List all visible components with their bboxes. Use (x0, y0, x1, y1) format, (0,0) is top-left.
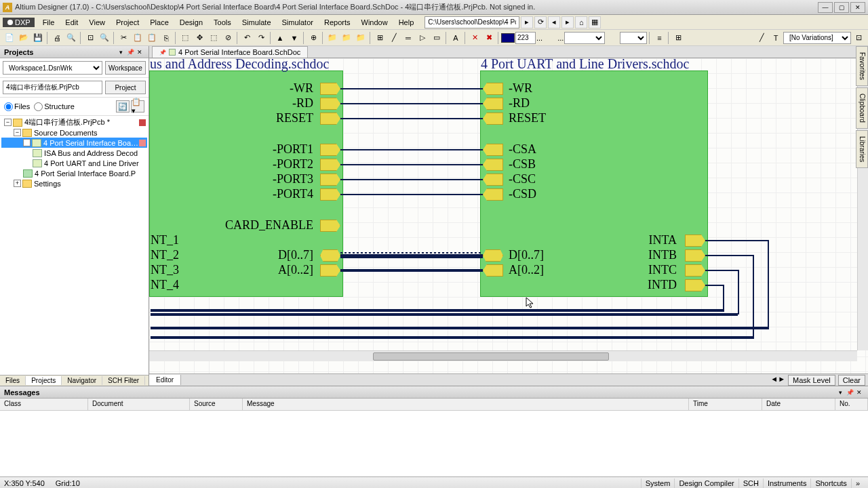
grid-snap-icon[interactable]: ⊞ (671, 31, 685, 45)
status-menu-icon[interactable]: » (851, 479, 864, 488)
port-pentagon[interactable] (685, 279, 705, 291)
port-pentagon[interactable] (685, 264, 705, 277)
port-pentagon[interactable] (685, 249, 705, 262)
place-part-icon[interactable]: ⊞ (373, 31, 387, 45)
wire[interactable] (705, 270, 739, 271)
tree-source-docs[interactable]: − Source Documents (1, 127, 147, 138)
col-date[interactable]: Date (762, 399, 835, 410)
place-text-icon[interactable]: T (769, 31, 783, 45)
bus[interactable] (340, 269, 483, 272)
port-pentagon[interactable] (483, 144, 503, 156)
menu-place[interactable]: Place (144, 16, 174, 28)
expand-icon[interactable]: + (14, 180, 21, 187)
wire[interactable] (340, 164, 483, 165)
hierarchy-down-icon[interactable]: ▼ (288, 31, 301, 45)
maximize-button[interactable]: ▢ (834, 2, 849, 13)
menu-window[interactable]: Window (356, 16, 393, 28)
structure-radio[interactable]: Structure (34, 102, 75, 111)
save-icon[interactable]: 💾 (31, 31, 45, 45)
col-source[interactable]: Source (190, 399, 243, 410)
cancel-icon[interactable]: ✕ (468, 31, 481, 45)
place-bus-icon[interactable]: ═ (401, 31, 415, 45)
col-time[interactable]: Time (689, 399, 762, 410)
port-pentagon[interactable] (320, 159, 340, 171)
menu-tools[interactable]: Tools (208, 16, 237, 28)
port-pentagon[interactable] (483, 159, 503, 171)
panel-dropdown-icon[interactable]: ▾ (835, 388, 845, 397)
side-tab-favorites[interactable]: Favorites (856, 46, 868, 86)
color-value-input[interactable] (515, 32, 536, 44)
size-dropdown[interactable] (620, 32, 647, 44)
project-tree[interactable]: − 4端口串行通信板.PrjPcb * − Source Documents −… (0, 116, 149, 375)
status-shortcuts[interactable]: Shortcuts (810, 479, 850, 488)
menu-project[interactable]: Project (111, 16, 144, 28)
preview-icon[interactable]: 🔍 (64, 31, 78, 45)
port-pentagon[interactable] (685, 235, 705, 247)
port-pentagon[interactable] (320, 83, 340, 95)
port-pentagon[interactable] (483, 188, 503, 201)
tree-root[interactable]: − 4端口串行通信板.PrjPcb * (1, 117, 147, 127)
zoom-fit-icon[interactable]: ⊡ (83, 31, 97, 45)
wire[interactable] (340, 88, 483, 89)
status-system[interactable]: System (641, 479, 675, 488)
cut-icon[interactable]: ✂ (117, 31, 130, 45)
deselect-icon[interactable]: ⬚ (207, 31, 220, 45)
tree-file-uart[interactable]: 4 Port UART and Line Driver (1, 158, 147, 168)
port-pentagon[interactable] (483, 98, 503, 110)
editor-tab[interactable]: Editor (149, 375, 181, 385)
home-icon[interactable]: ⌂ (575, 16, 587, 28)
panel-close-icon[interactable]: ✕ (854, 388, 864, 397)
mask-level-button[interactable]: Mask Level (788, 375, 835, 386)
wire[interactable] (705, 285, 724, 286)
menu-reports[interactable]: Reports (319, 16, 356, 28)
messages-body[interactable] (0, 411, 868, 476)
hierarchy-up-icon[interactable]: ▲ (273, 31, 287, 45)
col-document[interactable]: Document (88, 399, 190, 410)
clear-filter-icon[interactable]: ⊘ (221, 31, 235, 45)
port-pentagon[interactable] (483, 83, 503, 95)
path-go-button[interactable]: ▸ (521, 16, 533, 28)
wire[interactable] (705, 240, 769, 241)
bus[interactable] (151, 309, 724, 312)
zoom-area-icon[interactable]: 🔍 (98, 31, 111, 45)
project-name-input[interactable] (3, 81, 102, 94)
workspace-dropdown[interactable]: Workspace1.DsnWrk (3, 61, 102, 75)
wire[interactable] (768, 240, 769, 328)
open-icon[interactable]: 📂 (17, 31, 31, 45)
port-pentagon[interactable] (320, 113, 340, 125)
bus-selected[interactable] (340, 254, 483, 258)
status-instruments[interactable]: Instruments (763, 479, 810, 488)
refresh-icon[interactable]: ⟳ (534, 16, 547, 28)
align-icon[interactable]: ≡ (652, 31, 666, 45)
port-pentagon[interactable] (320, 188, 340, 201)
panel-pin-icon[interactable]: 📌 (845, 388, 854, 397)
font-dropdown[interactable] (564, 32, 605, 44)
new-icon[interactable]: 📄 (3, 31, 16, 45)
panel-pin-icon[interactable]: 📌 (125, 47, 135, 57)
side-tab-clipboard[interactable]: Clipboard (856, 87, 868, 129)
refresh-tree-icon[interactable]: 🔄 (116, 100, 130, 113)
expand-icon[interactable]: − (14, 129, 21, 136)
panel-dropdown-icon[interactable]: ▾ (116, 47, 125, 57)
variations-dropdown[interactable]: [No Variations] (783, 32, 851, 44)
place-wire-icon[interactable]: ╱ (387, 31, 401, 45)
wire[interactable] (705, 255, 754, 256)
move-icon[interactable]: ✥ (193, 31, 206, 45)
undo-icon[interactable]: ↶ (240, 31, 254, 45)
port-pentagon[interactable] (320, 220, 340, 232)
col-no[interactable]: No. (835, 399, 868, 410)
annotate-icon[interactable]: A (449, 31, 462, 45)
bus[interactable] (151, 327, 769, 329)
color-picker[interactable] (501, 33, 515, 43)
workspace-button[interactable]: Workspace (105, 61, 146, 75)
wire[interactable] (340, 194, 483, 195)
print-icon[interactable]: 🖨 (50, 31, 64, 45)
files-radio[interactable]: Files (4, 102, 30, 111)
pin-icon[interactable]: 📌 (159, 49, 166, 56)
port-pentagon[interactable] (320, 249, 340, 262)
browse-icon[interactable]: 📁 (326, 31, 339, 45)
browse3-icon[interactable]: 📁 (354, 31, 368, 45)
tree-file-pcb[interactable]: 4 Port Serial Interface Board.P (1, 168, 147, 178)
col-class[interactable]: Class (0, 399, 88, 410)
horizontal-scrollbar[interactable] (149, 350, 857, 361)
